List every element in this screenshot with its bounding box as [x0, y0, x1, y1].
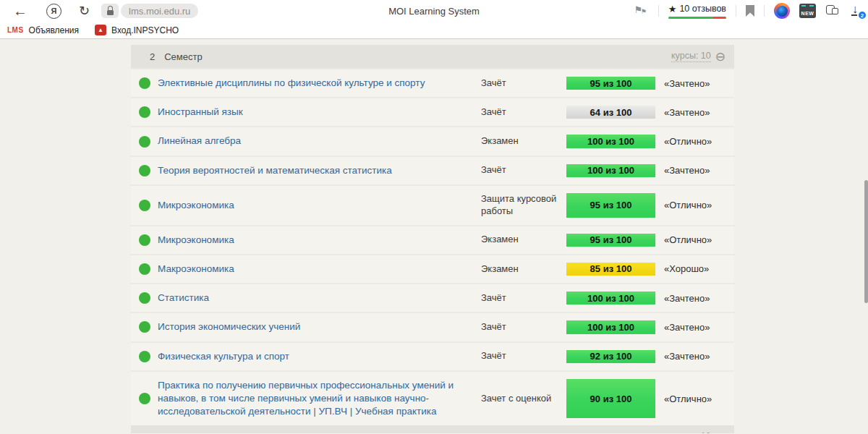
course-title-link[interactable]: Статистика: [158, 292, 481, 305]
rating-negative-segment: [713, 17, 726, 19]
toolbar-divider: [658, 5, 659, 17]
course-title-link[interactable]: Теория вероятностей и математическая ста…: [158, 164, 481, 177]
dot-cell: [131, 321, 158, 333]
lms-page-content: 2 Семестр курсы: 10 ⊖ Элективные дисципл…: [0, 39, 868, 433]
grade-text: «Отлично»: [655, 200, 734, 210]
course-row: Иностранный язык Зачёт 64 из 100 «Зачтен…: [131, 97, 734, 126]
grade-text: «Хорошо»: [655, 263, 734, 274]
semester-grades-table: 2 Семестр курсы: 10 ⊖ Элективные дисципл…: [131, 45, 734, 433]
ssl-lock-icon[interactable]: [101, 4, 119, 18]
lock-shackle: [108, 6, 113, 11]
course-row: Микроэкономика Защита курсовой работы 95…: [131, 184, 734, 225]
status-dot-icon: [139, 77, 150, 89]
status-dot-icon: [139, 292, 150, 304]
course-title-link[interactable]: Иностранный язык: [158, 106, 481, 119]
score-badge: 90 из 100: [566, 379, 655, 419]
status-dot-icon: [139, 263, 150, 275]
dot-cell: [131, 136, 158, 148]
page-title: MOI Learning System: [388, 6, 480, 17]
score-badge: 85 из 100: [566, 263, 655, 276]
course-row: Теория вероятностей и математическая ста…: [131, 156, 734, 184]
status-dot-icon: [139, 321, 150, 333]
grade-text: «Зачтено»: [655, 107, 734, 118]
score-badge: 100 из 100: [566, 292, 655, 305]
bookmarks-bar: LMS Объявления ▲ Вход.INPSYCHO: [0, 22, 868, 38]
downloads-button[interactable]: ↓ 2: [849, 3, 864, 19]
bookmark-item-inpsycho[interactable]: ▲ Вход.INPSYCHO: [79, 25, 179, 35]
course-title-link[interactable]: История экономических учений: [158, 320, 481, 333]
yandex-logo-icon[interactable]: Я: [46, 4, 61, 19]
card-shape-small: [832, 8, 838, 14]
exam-type: Зачёт: [481, 292, 566, 305]
score-badge: 95 из 100: [566, 193, 655, 218]
exam-type: Зачет с оценкой: [481, 393, 566, 405]
toolbar-right-cluster: ⚑ ⚑ ★ 10 отзывов: [634, 0, 865, 22]
course-row: История экономических учений Зачёт 100 и…: [131, 312, 734, 341]
dot-cell: [131, 77, 158, 89]
courses-collapse-toggle[interactable]: курсы: 10 ⊖: [671, 51, 726, 63]
score-badge: 100 из 100: [566, 320, 655, 333]
dot-cell: [131, 393, 158, 404]
course-title-link[interactable]: Элективные дисциплины по физической куль…: [158, 77, 481, 90]
semester-label: Семестр: [164, 51, 202, 62]
course-title-link[interactable]: Макроэкономика: [158, 263, 481, 276]
course-title-link[interactable]: Микроэкономика: [158, 234, 481, 247]
bookmark-label: Вход.INPSYCHO: [111, 25, 179, 35]
course-row: Линейная алгебра Экзамен 100 из 100 «Отл…: [131, 126, 734, 155]
status-dot-icon: [139, 351, 150, 362]
inpsycho-favicon: ▲: [95, 25, 106, 35]
courses-count-label: курсы: 10: [671, 51, 711, 62]
collections-icon[interactable]: [825, 4, 840, 18]
dot-cell: [131, 292, 158, 304]
course-title-link[interactable]: Физическая культура и спорт: [158, 350, 481, 363]
downloads-count-badge: 2: [857, 10, 867, 20]
semester-number: 3: [150, 432, 155, 433]
course-row: Элективные дисциплины по физической куль…: [131, 68, 734, 97]
collapse-icon: ⊖: [715, 51, 726, 63]
browser-window: ← Я ↻ lms.moi.edu.ru MOI Learning System…: [0, 0, 868, 434]
dot-cell: [131, 263, 158, 275]
bookmark-label: Объявления: [29, 25, 79, 35]
courses-expand-toggle[interactable]: курсы: 10 ⊕: [671, 431, 726, 433]
new-extension-label: NEW: [799, 11, 816, 16]
rating-positive-segment: [668, 17, 714, 19]
browser-extension-icon[interactable]: [774, 3, 790, 19]
score-badge: 100 из 100: [566, 164, 655, 177]
reviews-rating-bar: [668, 17, 726, 19]
course-title-link[interactable]: Микроэкономика: [158, 199, 481, 212]
score-badge: 95 из 100: [566, 234, 655, 247]
dot-cell: [131, 106, 158, 118]
pins-icon[interactable]: ⚑ ⚑: [634, 4, 649, 17]
refresh-icon[interactable]: ↻: [79, 4, 90, 17]
bookmark-item-announcements[interactable]: LMS Объявления: [7, 25, 79, 35]
score-badge: 100 из 100: [566, 135, 655, 148]
course-row: Физическая культура и спорт Зачёт 92 из …: [131, 341, 734, 370]
status-dot-icon: [139, 136, 150, 148]
toolbar-divider: [764, 5, 765, 17]
status-dot-icon: [139, 234, 150, 246]
vertical-scrollbar-thumb[interactable]: [864, 180, 868, 303]
exam-type: Зачёт: [481, 106, 566, 119]
back-icon[interactable]: ←: [13, 4, 27, 18]
grade-text: «Зачтено»: [655, 78, 734, 89]
exam-type: Зачёт: [481, 164, 566, 176]
dot-cell: [131, 234, 158, 246]
expand-icon: ⊕: [715, 431, 726, 433]
exam-type: Зачёт: [481, 321, 566, 333]
browser-chrome: ← Я ↻ lms.moi.edu.ru MOI Learning System…: [0, 0, 868, 39]
bookmark-icon[interactable]: [746, 5, 754, 17]
dot-cell: [131, 165, 158, 176]
address-bar[interactable]: lms.moi.edu.ru: [121, 4, 198, 18]
course-table-body: Элективные дисциплины по физической куль…: [131, 68, 734, 425]
new-extension-icon[interactable]: NEW: [799, 4, 816, 18]
next-semester-header-bar: 3 Семестр курсы: 10 ⊕: [131, 425, 734, 433]
exam-type: Экзамен: [481, 234, 566, 246]
dot-cell: [131, 200, 158, 211]
course-row: Практика по получению первичных професси…: [131, 370, 734, 426]
toolbar-divider: [736, 5, 736, 17]
course-title-link[interactable]: Практика по получению первичных професси…: [158, 379, 481, 419]
score-badge: 64 из 100: [566, 106, 655, 119]
exam-type: Зачёт: [481, 77, 566, 90]
course-title-link[interactable]: Линейная алгебра: [158, 135, 481, 148]
site-reviews-button[interactable]: ★ 10 отзывов: [668, 4, 726, 19]
